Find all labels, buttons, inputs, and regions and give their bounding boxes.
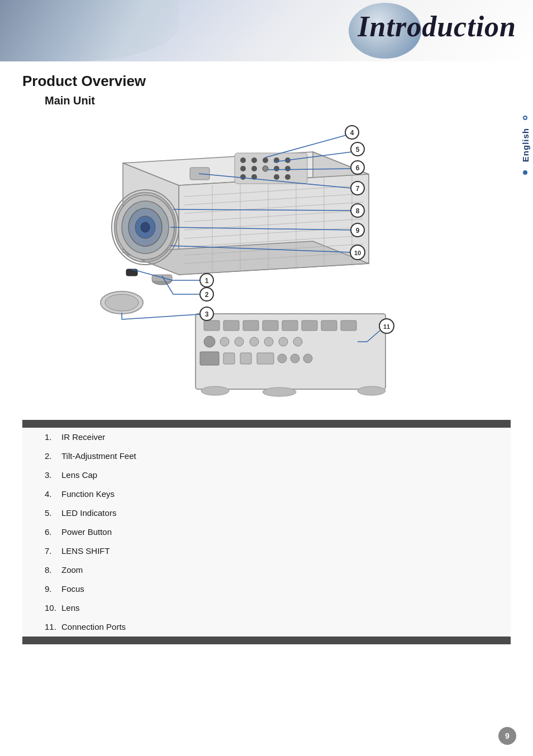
- svg-text:2: 2: [205, 291, 209, 299]
- svg-point-63: [293, 337, 302, 346]
- parts-label: LENS SHIFT: [61, 546, 110, 556]
- parts-list-item: 5.LED Indicators: [22, 504, 511, 523]
- svg-rect-55: [321, 320, 337, 331]
- svg-point-68: [278, 354, 287, 363]
- svg-point-34: [251, 166, 257, 171]
- svg-text:5: 5: [356, 146, 360, 154]
- parts-list-item-text: 11.Connection Ports: [22, 618, 511, 637]
- projector-diagram: 1 2 3 4 5 6 7: [22, 118, 511, 409]
- svg-text:1: 1: [205, 277, 209, 285]
- parts-list-item-text: 2.Tilt-Adjustment Feet: [22, 447, 511, 466]
- svg-rect-53: [282, 320, 298, 331]
- projector-body: [101, 152, 369, 314]
- section-title: Product Overview: [22, 73, 511, 90]
- parts-list-item-text: 7.LENS SHIFT: [22, 542, 511, 561]
- parts-list-item-text: 3.Lens Cap: [22, 466, 511, 485]
- parts-list-table: 1.IR Receiver2.Tilt-Adjustment Feet3.Len…: [22, 420, 511, 644]
- svg-rect-67: [257, 353, 274, 364]
- svg-point-41: [285, 174, 291, 180]
- parts-list-item: 11.Connection Ports: [22, 618, 511, 637]
- parts-list-item-text: 9.Focus: [22, 580, 511, 599]
- parts-number: 9.: [45, 582, 61, 596]
- parts-number: 1.: [45, 430, 61, 444]
- parts-label: IR Receiver: [61, 432, 105, 442]
- parts-label: Lens: [61, 603, 80, 613]
- svg-rect-54: [302, 320, 317, 331]
- parts-number: 6.: [45, 525, 61, 539]
- svg-point-37: [285, 166, 291, 171]
- svg-point-30: [263, 157, 268, 163]
- parts-list-item-text: 8.Zoom: [22, 561, 511, 580]
- parts-label: Focus: [61, 584, 84, 594]
- parts-list-item: 1.IR Receiver: [22, 428, 511, 447]
- parts-list-item: 8.Zoom: [22, 561, 511, 580]
- svg-rect-50: [223, 320, 239, 331]
- svg-rect-52: [263, 320, 278, 331]
- svg-point-59: [235, 337, 244, 346]
- parts-list-item: 3.Lens Cap: [22, 466, 511, 485]
- parts-list-item-text: 1.IR Receiver: [22, 428, 511, 447]
- svg-point-35: [263, 166, 268, 171]
- svg-text:9: 9: [356, 227, 360, 235]
- svg-rect-51: [243, 320, 259, 331]
- header: Introduction: [0, 0, 533, 61]
- parts-number: 11.: [45, 620, 61, 634]
- svg-point-28: [240, 157, 246, 163]
- svg-text:4: 4: [350, 129, 354, 137]
- svg-point-60: [250, 337, 259, 346]
- parts-list-item: 2.Tilt-Adjustment Feet: [22, 447, 511, 466]
- svg-point-36: [274, 166, 279, 171]
- svg-point-33: [240, 166, 246, 171]
- svg-point-47: [105, 294, 139, 311]
- sub-title: Main Unit: [45, 94, 511, 107]
- svg-rect-64: [200, 352, 219, 365]
- svg-point-71: [201, 386, 229, 395]
- parts-label: LED Indicators: [61, 508, 116, 518]
- page-number: 9: [498, 727, 516, 745]
- svg-rect-65: [223, 353, 235, 364]
- svg-text:8: 8: [356, 207, 360, 215]
- svg-line-83: [122, 314, 207, 319]
- svg-point-61: [264, 337, 273, 346]
- parts-list-item: 9.Focus: [22, 580, 511, 599]
- svg-rect-66: [240, 353, 251, 364]
- projector-svg: 1 2 3 4 5 6 7: [22, 118, 508, 403]
- svg-point-72: [263, 387, 296, 396]
- parts-list-item-text: 10.Lens: [22, 599, 511, 618]
- parts-number: 3.: [45, 468, 61, 482]
- parts-label: Function Keys: [61, 489, 115, 499]
- parts-number: 10.: [45, 601, 61, 615]
- svg-text:6: 6: [356, 164, 360, 172]
- parts-list-item: 7.LENS SHIFT: [22, 542, 511, 561]
- parts-list-item-text: 6.Power Button: [22, 523, 511, 542]
- svg-point-29: [251, 157, 257, 163]
- parts-number: 7.: [45, 544, 61, 558]
- parts-label: Connection Ports: [61, 622, 126, 631]
- svg-rect-56: [341, 320, 356, 331]
- svg-point-38: [240, 174, 246, 180]
- svg-point-40: [274, 174, 279, 180]
- connection-ports: [196, 314, 386, 396]
- parts-label: Tilt-Adjustment Feet: [61, 451, 136, 461]
- parts-list-item: 6.Power Button: [22, 523, 511, 542]
- svg-point-62: [279, 337, 288, 346]
- parts-number: 2.: [45, 449, 61, 463]
- svg-point-69: [291, 354, 299, 363]
- svg-text:3: 3: [205, 310, 209, 318]
- parts-number: 4.: [45, 487, 61, 501]
- parts-list-item-text: 5.LED Indicators: [22, 504, 511, 523]
- parts-list-item: 4.Function Keys: [22, 485, 511, 504]
- svg-text:11: 11: [383, 323, 390, 330]
- page-title: Introduction: [358, 10, 516, 43]
- main-content: Product Overview Main Unit: [0, 61, 533, 655]
- svg-point-58: [220, 337, 229, 346]
- parts-number: 5.: [45, 506, 61, 520]
- svg-rect-49: [204, 320, 220, 331]
- parts-list-item: 10.Lens: [22, 599, 511, 618]
- svg-point-24: [141, 222, 150, 232]
- parts-label: Zoom: [61, 565, 83, 575]
- svg-point-70: [303, 354, 312, 363]
- parts-list-item-text: 4.Function Keys: [22, 485, 511, 504]
- parts-label: Power Button: [61, 527, 112, 537]
- svg-text:10: 10: [354, 250, 361, 256]
